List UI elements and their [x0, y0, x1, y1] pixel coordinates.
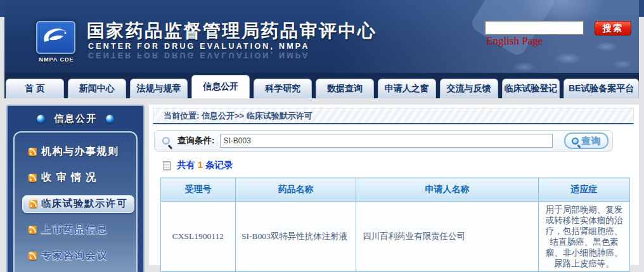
- sidebar-item-clinical-trial-implied-license[interactable]: 临床试验默示许可: [15, 191, 136, 217]
- tab-be-trial-filing[interactable]: BE试验备案平台: [564, 79, 639, 98]
- sidebar-title: 信息公开: [54, 113, 97, 125]
- cell-indication: 用于局部晚期、复发或转移性实体瘤的治疗，包括肾细胞癌、结直肠癌、黑色素瘤、非小细…: [539, 202, 630, 272]
- column-header-acceptance-no: 受理号: [161, 178, 236, 202]
- column-header-drug-name: 药品名称: [236, 178, 356, 202]
- sidebar: 信息公开 机构与办事规则 收 审 情 况 临床试验默示许可: [6, 105, 145, 272]
- cell-acceptance-no: CXSL1900112: [161, 202, 236, 272]
- tab-applicant-window[interactable]: 申请人之窗: [378, 79, 436, 98]
- results-table: 受理号 药品名称 申请人名称 适应症 CXSL1900112 SI-B003双特…: [160, 178, 630, 272]
- records-prefix: 共有: [177, 160, 195, 170]
- site-search-input[interactable]: [485, 21, 584, 35]
- sidebar-item-marketed-drug-info[interactable]: 上市药品信息: [15, 217, 136, 243]
- records-count: 1: [195, 160, 205, 170]
- sidebar-item-org-rules[interactable]: 机构与办事规则: [15, 139, 136, 165]
- sidebar-item-acceptance-review-status[interactable]: 收 审 情 况: [15, 165, 136, 191]
- rss-icon: [29, 252, 37, 260]
- records-suffix: 条记录: [205, 160, 233, 170]
- nmpa-cde-logo[interactable]: [36, 21, 75, 54]
- site-search-button[interactable]: 搜索: [595, 21, 631, 36]
- rss-icon: [29, 200, 37, 208]
- tab-data-query[interactable]: 数据查询: [316, 79, 374, 98]
- tab-laws-regulations[interactable]: 法规与规章: [130, 79, 188, 98]
- tab-clinical-trial-registration[interactable]: 临床试验登记: [502, 79, 560, 98]
- english-page-link[interactable]: English Page: [486, 35, 543, 48]
- sidebar-title-bar: 信息公开: [8, 106, 143, 131]
- selected-item-pill: 临床试验默示许可: [22, 195, 134, 213]
- tab-news-center[interactable]: 新闻中心: [68, 79, 126, 98]
- query-condition-label: 查询条件:: [177, 135, 215, 146]
- magnifier-icon: [572, 138, 579, 145]
- rss-icon: [29, 148, 37, 156]
- cell-drug-name: SI-B003双特异性抗体注射液: [236, 202, 356, 272]
- cell-applicant-name: 四川百利药业有限责任公司: [356, 202, 539, 272]
- glossy-sphere-icon: [106, 115, 114, 123]
- site-title-en: CENTER FOR DRUG EVALUATION, NMPA: [88, 42, 310, 51]
- breadcrumb: 当前位置: 信息公开>> 临床试验默示许可: [153, 108, 634, 124]
- swan-logo-icon: [41, 25, 70, 49]
- page-container: NMPA CDE 国家药品监督管理局药品审评中心 CENTER FOR DRUG…: [4, 0, 639, 272]
- table-row: CXSL1900112 SI-B003双特异性抗体注射液 四川百利药业有限责任公…: [161, 202, 630, 272]
- glossy-sphere-icon: [37, 115, 45, 123]
- header-banner: NMPA CDE 国家药品监督管理局药品审评中心 CENTER FOR DRUG…: [4, 0, 639, 73]
- logo-caption: NMPA CDE: [32, 56, 80, 63]
- main-content: 当前位置: 信息公开>> 临床试验默示许可 查询条件: 查询 共有1条记录: [149, 105, 639, 265]
- rss-icon: [29, 174, 37, 182]
- column-header-indication: 适应症: [539, 178, 630, 202]
- tab-home[interactable]: 首 页: [6, 79, 64, 98]
- sidebar-menu-panel: 机构与办事规则 收 审 情 况 临床试验默示许可 上市药品信息: [13, 131, 138, 272]
- tab-science-research[interactable]: 科学研究: [254, 79, 312, 98]
- site-title-cn: 国家药品监督管理局药品审评中心: [87, 19, 377, 43]
- site-title-en-reflection: CENTER FOR DRUG EVALUATION, NMPA: [88, 51, 310, 60]
- rss-icon: [29, 226, 37, 234]
- table-header-row: 受理号 药品名称 申请人名称 适应症: [161, 178, 630, 202]
- records-summary: 共有1条记录: [163, 159, 634, 171]
- main-navigation: 首 页 新闻中心 法规与规章 信息公开 科学研究 数据查询 申请人之窗 交流与反…: [4, 73, 639, 98]
- tab-communication-feedback[interactable]: 交流与反馈: [440, 79, 498, 98]
- list-icon: [163, 161, 171, 170]
- query-bar: 查询条件: 查询: [154, 130, 613, 152]
- magnifier-icon: [162, 137, 170, 145]
- column-header-applicant-name: 申请人名称: [356, 178, 539, 202]
- breadcrumb-text: 当前位置: 信息公开>> 临床试验默示许可: [164, 110, 312, 122]
- sidebar-item-expert-advisory-meetings[interactable]: 专家咨询会议: [15, 243, 136, 269]
- tab-info-disclosure[interactable]: 信息公开: [191, 75, 250, 98]
- query-button[interactable]: 查询: [564, 133, 609, 149]
- body-row: 信息公开 机构与办事规则 收 审 情 况 临床试验默示许可: [4, 105, 639, 272]
- query-condition-input[interactable]: [220, 134, 553, 148]
